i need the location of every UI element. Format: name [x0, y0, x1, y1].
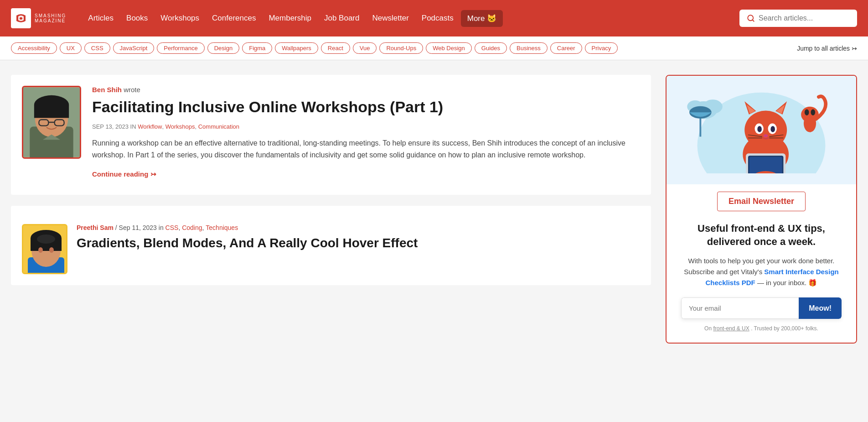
- nav-workshops[interactable]: Workshops: [155, 10, 205, 26]
- newsletter-footer-link[interactable]: front-end & UX: [713, 325, 749, 332]
- author-line-2: Preethi Sam / Sep 11, 2023 in CSS, Codin…: [77, 224, 418, 231]
- tag-performance[interactable]: Performance: [157, 42, 204, 54]
- author-name-2[interactable]: Preethi Sam: [77, 224, 114, 231]
- svg-point-25: [744, 110, 787, 149]
- article-body-2: Preethi Sam / Sep 11, 2023 in CSS, Codin…: [77, 224, 418, 251]
- search-input[interactable]: [759, 14, 850, 22]
- newsletter-subtext-after: — in your inbox. 🎁: [757, 279, 817, 287]
- meow-button[interactable]: Meow!: [799, 297, 842, 319]
- nav-podcasts[interactable]: Podcasts: [416, 10, 459, 26]
- jump-to-articles[interactable]: Jump to all articles ↣: [797, 45, 857, 52]
- newsletter-badge: Email Newsletter: [717, 192, 806, 211]
- article-tag-workshops[interactable]: Workshops: [165, 123, 195, 130]
- nav-newsletter[interactable]: Newsletter: [367, 10, 414, 26]
- svg-point-32: [757, 126, 762, 132]
- author-avatar-1: [22, 86, 81, 159]
- logo-text: SMASHING MAGAZINE: [35, 13, 66, 23]
- tag-web-design[interactable]: Web Design: [426, 42, 472, 54]
- newsletter-headline: Useful front-end & UX tips, delivered on…: [681, 222, 842, 248]
- article-excerpt-1: Running a workshop can be an effective a…: [92, 137, 640, 162]
- tag-accessibility[interactable]: Accessibility: [11, 42, 57, 54]
- nav-conferences[interactable]: Conferences: [207, 10, 261, 26]
- article-title-1: Facilitating Inclusive Online Workshops …: [92, 97, 640, 117]
- newsletter-footer-suffix: . Trusted by 200,000+ folks.: [751, 325, 818, 332]
- tag-wallpapers[interactable]: Wallpapers: [275, 42, 318, 54]
- svg-point-46: [805, 109, 809, 115]
- tag-vue[interactable]: Vue: [353, 42, 377, 54]
- svg-point-45: [804, 115, 816, 132]
- main-content: Ben Shih wrote Facilitating Inclusive On…: [0, 60, 868, 358]
- tag-business[interactable]: Business: [510, 42, 548, 54]
- article-date-1: SEP 13, 2023 in: [92, 123, 138, 130]
- tag-figma[interactable]: Figma: [242, 42, 272, 54]
- svg-point-33: [770, 126, 775, 132]
- svg-rect-6: [34, 105, 69, 118]
- email-form: Meow!: [681, 297, 842, 319]
- svg-point-16: [49, 247, 54, 253]
- nav-membership[interactable]: Membership: [263, 10, 317, 26]
- svg-rect-41: [749, 157, 782, 173]
- tag-javascript[interactable]: JavaScript: [113, 42, 155, 54]
- article-card-2: Preethi Sam / Sep 11, 2023 in CSS, Codin…: [11, 206, 651, 285]
- tag-design[interactable]: Design: [207, 42, 239, 54]
- logo[interactable]: SMASHING MAGAZINE: [11, 8, 66, 28]
- author-date-sep: / Sep 11, 2023 in: [115, 224, 165, 231]
- article-tag-techniques[interactable]: Techniques: [206, 224, 238, 231]
- article-featured-area: Ben Shih wrote Facilitating Inclusive On…: [22, 86, 640, 178]
- nav-job-board[interactable]: Job Board: [319, 10, 365, 26]
- newsletter-footer: On front-end & UX . Trusted by 200,000+ …: [681, 325, 842, 332]
- email-input[interactable]: [681, 297, 799, 319]
- article-card-1: Ben Shih wrote Facilitating Inclusive On…: [11, 75, 651, 195]
- article-meta-1: SEP 13, 2023 in Workflow, Workshops, Com…: [92, 123, 640, 130]
- newsletter-inner: Email Newsletter Useful front-end & UX t…: [666, 76, 856, 343]
- tags-bar: Accessibility UX CSS JavaScript Performa…: [0, 36, 868, 60]
- avatar-illustration-2: [23, 225, 67, 274]
- tag-css[interactable]: CSS: [84, 42, 110, 54]
- author-name-1[interactable]: Ben Shih: [92, 86, 122, 94]
- newsletter-body: Useful front-end & UX tips, delivered on…: [666, 219, 856, 343]
- newsletter-subtext: With tools to help you get your work don…: [681, 255, 842, 288]
- tag-round-ups[interactable]: Round-Ups: [379, 42, 423, 54]
- newsletter-card: Email Newsletter Useful front-end & UX t…: [666, 75, 857, 344]
- tag-guides[interactable]: Guides: [475, 42, 507, 54]
- newsletter-svg-illustration: [677, 87, 845, 173]
- newsletter-illustration: [666, 76, 856, 184]
- author-avatar-2: [22, 224, 67, 274]
- article-tag-css-2[interactable]: CSS: [165, 224, 179, 231]
- article-title-2: Gradients, Blend Modes, And A Really Coo…: [77, 235, 418, 251]
- tag-ux[interactable]: UX: [60, 42, 82, 54]
- svg-point-17: [37, 234, 55, 244]
- newsletter-footer-text: On: [704, 325, 713, 332]
- tag-react[interactable]: React: [321, 42, 350, 54]
- svg-line-1: [752, 20, 754, 21]
- logo-icon: [11, 8, 31, 28]
- nav-articles[interactable]: Articles: [83, 10, 119, 26]
- article-tag-communication[interactable]: Communication: [198, 123, 239, 130]
- svg-point-47: [811, 109, 815, 115]
- sidebar: Email Newsletter Useful front-end & UX t…: [666, 75, 857, 344]
- author-wrote-1: wrote: [124, 86, 140, 94]
- search-icon: [747, 14, 755, 22]
- svg-point-34: [764, 134, 768, 137]
- articles-column: Ben Shih wrote Facilitating Inclusive On…: [11, 75, 651, 344]
- svg-point-15: [38, 247, 43, 253]
- tag-career[interactable]: Career: [550, 42, 582, 54]
- search-box: [739, 10, 857, 27]
- nav-books[interactable]: Books: [121, 10, 153, 26]
- avatar-illustration-1: [23, 86, 80, 159]
- continue-reading-1[interactable]: Continue reading ↣: [92, 170, 156, 178]
- tag-privacy[interactable]: Privacy: [585, 42, 618, 54]
- article-small-area: Preethi Sam / Sep 11, 2023 in CSS, Codin…: [22, 217, 640, 274]
- nav-more[interactable]: More 🐱: [461, 10, 503, 27]
- author-line-1: Ben Shih wrote: [92, 86, 640, 94]
- main-nav: Articles Books Workshops Conferences Mem…: [83, 10, 730, 27]
- article-body-1: Ben Shih wrote Facilitating Inclusive On…: [92, 86, 640, 178]
- article-tag-workflow[interactable]: Workflow: [138, 123, 162, 130]
- site-header: SMASHING MAGAZINE Articles Books Worksho…: [0, 0, 868, 36]
- article-tag-coding[interactable]: Coding: [182, 224, 202, 231]
